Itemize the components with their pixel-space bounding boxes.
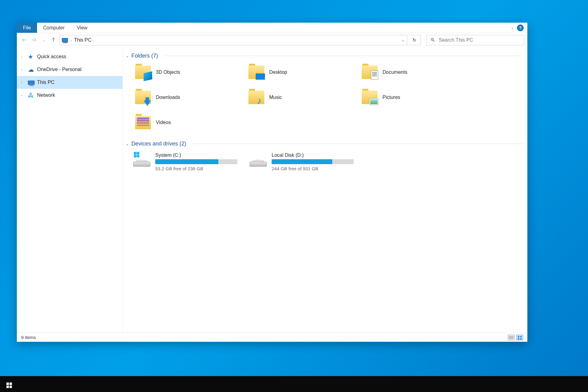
folders-group-header[interactable]: ⌄ Folders (7) <box>126 53 522 59</box>
folder-videos[interactable]: Videos <box>135 114 245 131</box>
content-area: ⌄ Folders (7) 3D ObjectsDesktopDocuments… <box>123 47 527 333</box>
drive-free-text: 244 GB free of 931 GB <box>272 166 354 171</box>
monitor-icon <box>28 81 35 85</box>
details-view-button[interactable] <box>508 335 514 340</box>
drive-icon <box>133 154 150 167</box>
folder-icon <box>362 91 378 104</box>
ribbon-bar: File Computer View ⌄ ? <box>17 23 527 33</box>
folder-icon <box>135 116 151 129</box>
search-box[interactable]: 🔍︎ <box>426 35 524 45</box>
folder-icon <box>248 66 264 79</box>
this-pc-icon <box>62 38 68 42</box>
capacity-bar <box>155 159 237 164</box>
address-dropdown-icon[interactable]: ⌄ <box>401 38 405 42</box>
cloud-icon: ☁ <box>28 66 35 73</box>
folder-label: Documents <box>383 70 407 75</box>
folder-icon <box>135 91 151 104</box>
folder-icon: ♪ <box>248 91 264 104</box>
folder-documents[interactable]: Documents <box>362 64 472 81</box>
drives-row: System (C:)53.2 GB free of 236 GBLocal D… <box>126 149 522 171</box>
divider <box>164 56 522 56</box>
start-button[interactable] <box>3 380 15 388</box>
expand-icon[interactable]: › <box>21 55 25 58</box>
help-icon[interactable]: ? <box>517 24 524 31</box>
drive-name: System (C:) <box>155 153 237 158</box>
star-icon: ★ <box>28 53 35 60</box>
navigation-pane: ›★Quick access›☁OneDrive - Personal›This… <box>17 47 123 333</box>
folder-label: 3D Objects <box>156 70 180 75</box>
file-explorer-window: File Computer View ⌄ ? 🡠 🡢 ⌄ 🡡 › This PC… <box>17 23 527 342</box>
drives-heading: Devices and drives (2) <box>131 141 186 147</box>
folder-icon <box>362 66 378 79</box>
folder-label: Desktop <box>269 70 287 75</box>
folder-downloads[interactable]: Downloads <box>135 89 245 106</box>
drive-name: Local Disk (D:) <box>272 153 354 158</box>
item-count: 9 items <box>21 335 36 340</box>
folder-music[interactable]: ♪Music <box>248 89 359 106</box>
network-icon: 🖧 <box>28 92 35 99</box>
address-location: This PC <box>74 37 92 43</box>
capacity-bar <box>272 159 354 164</box>
chevron-down-icon: ⌄ <box>126 142 129 146</box>
explorer-body: ›★Quick access›☁OneDrive - Personal›This… <box>17 47 527 333</box>
folders-grid: 3D ObjectsDesktopDocumentsDownloads♪Musi… <box>126 61 522 138</box>
expand-icon[interactable]: › <box>21 68 25 71</box>
divider <box>192 144 522 144</box>
folder-label: Pictures <box>383 95 400 100</box>
ribbon-minimize-icon[interactable]: ⌄ <box>511 26 514 30</box>
drive-free-text: 53.2 GB free of 236 GB <box>155 166 237 171</box>
status-bar: 9 items <box>17 333 527 342</box>
recent-locations-button[interactable]: ⌄ <box>40 36 48 44</box>
sidebar-item-label: Quick access <box>37 54 66 59</box>
back-button[interactable]: 🡠 <box>20 36 28 44</box>
sidebar-item-this-pc[interactable]: ›This PC <box>17 76 123 89</box>
windows-icon <box>6 383 12 388</box>
sidebar-item-network[interactable]: ›🖧Network <box>17 89 123 102</box>
sidebar-item-label: This PC <box>37 80 55 85</box>
folder-icon <box>135 66 151 79</box>
tiles-view-button[interactable] <box>516 335 523 340</box>
search-icon: 🔍︎ <box>430 37 435 43</box>
navigation-bar: 🡠 🡢 ⌄ 🡡 › This PC ⌄ ↻ 🔍︎ <box>17 33 527 47</box>
drives-group-header[interactable]: ⌄ Devices and drives (2) <box>126 141 522 147</box>
folder-3d-objects[interactable]: 3D Objects <box>135 64 245 81</box>
address-bar[interactable]: › This PC ⌄ <box>59 35 407 45</box>
sidebar-item-quick-access[interactable]: ›★Quick access <box>17 50 123 63</box>
tab-file[interactable]: File <box>17 23 37 33</box>
expand-icon[interactable]: › <box>21 81 25 84</box>
breadcrumb-separator-icon: › <box>70 38 72 42</box>
sidebar-item-label: Network <box>37 92 55 98</box>
drive-system-c-[interactable]: System (C:)53.2 GB free of 236 GB <box>133 153 237 171</box>
refresh-button[interactable]: ↻ <box>409 35 421 45</box>
search-input[interactable] <box>439 37 520 43</box>
sidebar-item-onedrive-personal[interactable]: ›☁OneDrive - Personal <box>17 63 123 76</box>
drive-icon <box>250 154 267 167</box>
folder-pictures[interactable]: Pictures <box>362 89 472 106</box>
folder-label: Downloads <box>156 95 180 100</box>
drive-local-disk-d-[interactable]: Local Disk (D:)244 GB free of 931 GB <box>250 153 354 171</box>
folder-label: Music <box>269 95 282 100</box>
chevron-down-icon: ⌄ <box>126 54 129 58</box>
windows-badge-icon <box>134 152 139 157</box>
folder-desktop[interactable]: Desktop <box>248 64 359 81</box>
taskbar <box>0 376 588 392</box>
tab-view[interactable]: View <box>71 23 93 33</box>
forward-button[interactable]: 🡢 <box>30 36 38 44</box>
folder-label: Videos <box>156 120 171 125</box>
folders-heading: Folders (7) <box>131 53 158 59</box>
tab-computer[interactable]: Computer <box>37 23 71 33</box>
expand-icon[interactable]: › <box>21 93 25 97</box>
up-button[interactable]: 🡡 <box>49 36 58 44</box>
sidebar-item-label: OneDrive - Personal <box>37 67 81 72</box>
